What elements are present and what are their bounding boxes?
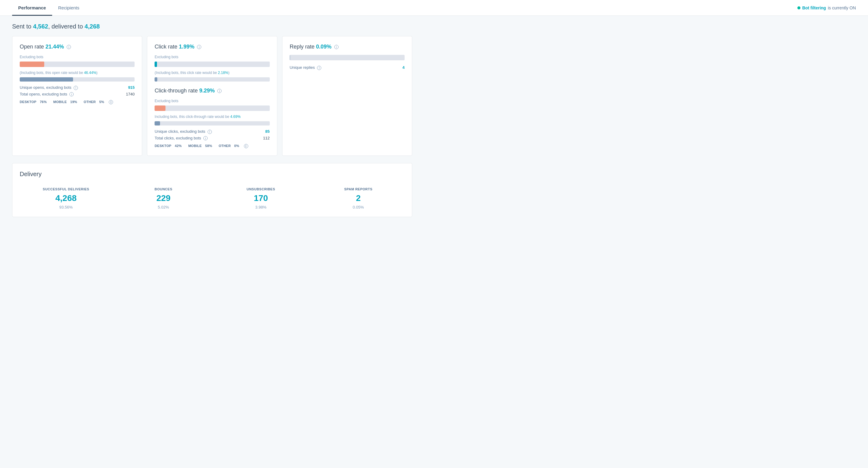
- total-clicks-row: Total clicks, excluding bots i 112: [155, 136, 270, 141]
- click-device-info-icon[interactable]: i: [244, 144, 248, 148]
- main-content: Sent to 4,562, delivered to 4,268 Open r…: [0, 16, 424, 224]
- delivery-title: Delivery: [20, 170, 405, 178]
- metrics-cards: Open rate 21.44% i Excluding bots (Inclu…: [12, 36, 412, 156]
- ctr-including-bar-fill: [155, 121, 160, 125]
- open-other-label: OTHER: [84, 100, 96, 104]
- unique-opens-row: Unique opens, excluding bots i 915: [20, 85, 134, 90]
- total-opens-value: 1740: [126, 92, 134, 96]
- open-rate-info-icon[interactable]: i: [67, 45, 71, 49]
- click-other-value: 0%: [234, 144, 240, 148]
- open-rate-bar-fill: [20, 62, 44, 67]
- open-mobile-label: MOBILE: [53, 100, 67, 104]
- click-other-label: OTHER: [218, 144, 230, 148]
- open-other-value: 5%: [99, 100, 104, 104]
- click-rate-including-bar-fill: [155, 77, 157, 82]
- click-rate-info-icon[interactable]: i: [197, 45, 201, 49]
- delivery-stat-0: SUCCESSFUL DELIVERIES 4,268 93.56%: [20, 187, 113, 210]
- ctr-bar-fill: [155, 105, 165, 111]
- ctr-info-icon[interactable]: i: [217, 89, 221, 93]
- nav-tabs: Performance Recipients: [12, 0, 86, 15]
- delivery-stat-value-1: 229: [117, 193, 210, 203]
- delivery-stat-value-2: 170: [215, 193, 307, 203]
- delivered-value: 4,268: [85, 23, 100, 30]
- delivery-stat-3: SPAM REPORTS 2 0.05%: [312, 187, 405, 210]
- ctr-excluding-label: Excluding bots: [155, 99, 270, 103]
- ctr-including-bar-container: [155, 121, 270, 125]
- click-rate-excluding-label: Excluding bots: [155, 55, 270, 59]
- total-clicks-info-icon[interactable]: i: [204, 136, 208, 141]
- bot-dot-icon: [797, 6, 800, 9]
- open-rate-including-bar-fill: [20, 77, 73, 82]
- open-rate-including-bots-value: 46.44%: [84, 71, 96, 75]
- open-desktop-value: 76%: [40, 100, 47, 104]
- unique-clicks-value: 85: [265, 129, 270, 134]
- click-mobile-value: 58%: [205, 144, 212, 148]
- delivery-stat-pct-2: 3.98%: [215, 205, 307, 210]
- top-navigation: Performance Recipients Bot filtering is …: [0, 0, 868, 16]
- click-mobile-label: MOBILE: [188, 144, 202, 148]
- click-rate-device-breakdown: DESKTOP 42% MOBILE 58% OTHER 0% i: [155, 144, 270, 148]
- open-device-info-icon[interactable]: i: [109, 100, 113, 104]
- reply-rate-bar-container: [290, 55, 405, 60]
- unique-replies-row: Unique replies i 4: [290, 65, 405, 70]
- delivery-stat-label-3: SPAM REPORTS: [312, 187, 405, 191]
- total-opens-row: Total opens, excluding bots i 1740: [20, 92, 134, 97]
- ctr-including-bots-value: 4.69%: [230, 115, 241, 119]
- unique-clicks-row: Unique clicks, excluding bots i 85: [155, 129, 270, 134]
- unique-opens-value: 915: [128, 85, 135, 90]
- total-clicks-value: 112: [263, 136, 270, 141]
- open-mobile-value: 19%: [70, 100, 77, 104]
- bot-filtering-label: Bot filtering: [802, 5, 826, 10]
- unique-clicks-info-icon[interactable]: i: [208, 130, 212, 134]
- open-rate-value: 21.44%: [45, 44, 64, 50]
- tab-recipients[interactable]: Recipients: [52, 0, 86, 16]
- click-rate-value: 1.99%: [179, 44, 194, 50]
- unique-opens-info-icon[interactable]: i: [74, 86, 78, 90]
- click-rate-bar-fill: [155, 62, 157, 67]
- tab-performance[interactable]: Performance: [12, 0, 52, 16]
- open-rate-device-breakdown: DESKTOP 76% MOBILE 19% OTHER 5% i: [20, 100, 134, 104]
- sent-value: 4,562: [33, 23, 48, 30]
- reply-rate-card: Reply rate 0.09% i Unique replies i 4: [282, 36, 412, 156]
- open-rate-including-bots-text: (Including bots, this open rate would be…: [20, 71, 134, 75]
- ctr-title: Click-through rate 9.29% i: [155, 88, 270, 94]
- click-rate-card: Click rate 1.99% i Excluding bots (Inclu…: [147, 36, 277, 156]
- reply-rate-info-icon[interactable]: i: [334, 45, 339, 49]
- click-rate-title: Click rate 1.99% i: [155, 44, 270, 50]
- open-rate-card: Open rate 21.44% i Excluding bots (Inclu…: [12, 36, 142, 156]
- click-rate-including-bots-text: (Including bots, this click rate would b…: [155, 71, 270, 75]
- unique-replies-value: 4: [402, 65, 405, 70]
- click-rate-including-bar-container: [155, 77, 270, 82]
- delivery-stat-value-3: 2: [312, 193, 405, 203]
- reply-rate-title: Reply rate 0.09% i: [290, 44, 405, 50]
- delivery-stat-pct-1: 5.02%: [117, 205, 210, 210]
- delivery-stat-value-0: 4,268: [20, 193, 113, 203]
- open-rate-title: Open rate 21.44% i: [20, 44, 134, 50]
- unique-replies-info-icon[interactable]: i: [317, 66, 321, 70]
- sent-delivered-header: Sent to 4,562, delivered to 4,268: [12, 23, 412, 30]
- click-desktop-value: 42%: [175, 144, 182, 148]
- ctr-bar-container: [155, 105, 270, 111]
- click-desktop-label: DESKTOP: [155, 144, 171, 148]
- delivery-stats: SUCCESSFUL DELIVERIES 4,268 93.56% BOUNC…: [20, 187, 405, 210]
- delivery-section: Delivery SUCCESSFUL DELIVERIES 4,268 93.…: [12, 163, 412, 217]
- open-rate-excluding-label: Excluding bots: [20, 55, 134, 59]
- click-rate-including-bots-value: 2.18%: [218, 71, 228, 75]
- delivery-stat-pct-3: 0.05%: [312, 205, 405, 210]
- open-rate-including-bar-container: [20, 77, 134, 82]
- delivery-stat-label-1: BOUNCES: [117, 187, 210, 191]
- open-rate-bar-container: [20, 62, 134, 67]
- ctr-including-bots-text: Including bots, this click-through rate …: [155, 115, 270, 119]
- total-opens-info-icon[interactable]: i: [69, 92, 74, 96]
- click-through-section: Click-through rate 9.29% i Excluding bot…: [155, 88, 270, 125]
- bot-filtering-status-text: is currently ON: [828, 5, 856, 10]
- delivery-stat-1: BOUNCES 229 5.02%: [117, 187, 210, 210]
- delivery-stat-label-2: UNSUBSCRIBES: [215, 187, 307, 191]
- reply-rate-value: 0.09%: [316, 44, 332, 50]
- delivery-stat-2: UNSUBSCRIBES 170 3.98%: [215, 187, 307, 210]
- ctr-value: 9.29%: [199, 88, 215, 94]
- open-desktop-label: DESKTOP: [20, 100, 36, 104]
- click-rate-bar-container: [155, 62, 270, 67]
- bot-filtering-status: Bot filtering is currently ON: [797, 5, 856, 10]
- delivery-stat-label-0: SUCCESSFUL DELIVERIES: [20, 187, 113, 191]
